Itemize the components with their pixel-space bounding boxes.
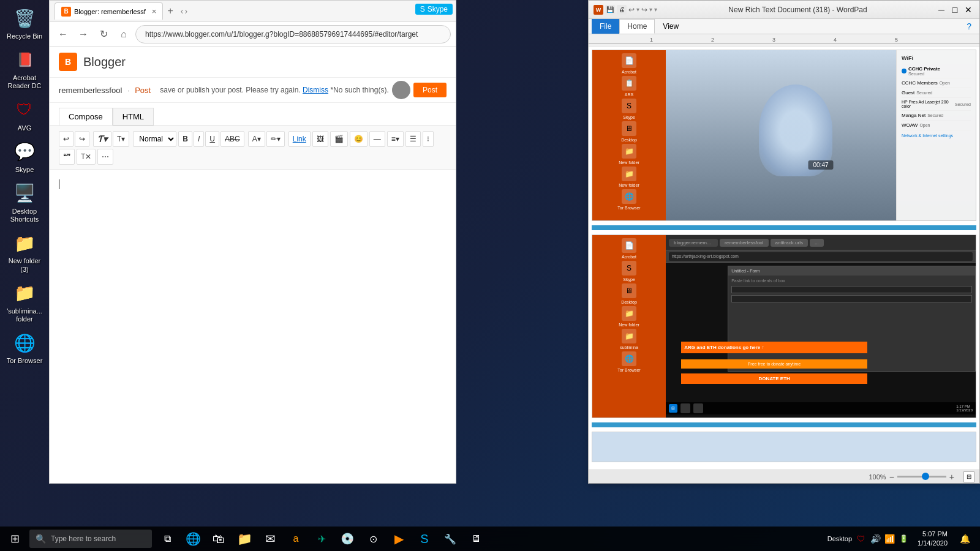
font-size-button[interactable]: T▾ — [113, 131, 129, 147]
wifi-status-6: Open — [919, 123, 930, 127]
icon-new-folder[interactable]: 📁 New folder (3) — [2, 228, 48, 276]
taskbar-store-icon[interactable]: 🛍 — [206, 527, 231, 551]
wordpad-title-icons: W 💾 🖨 ↩ ▾ ↪ ▾ ▾ — [594, 5, 657, 15]
taskbar-disc-icon[interactable]: 💿 — [335, 527, 360, 551]
browser-nav: ← → ↻ ⌂ — [50, 22, 456, 47]
strikethrough-button[interactable]: ABC — [221, 131, 244, 147]
maximize-button[interactable]: □ — [949, 4, 961, 16]
compose-tab[interactable]: Compose — [59, 108, 113, 126]
unordered-list-button[interactable]: ⁝ — [423, 131, 434, 147]
home-button[interactable]: ⌂ — [115, 26, 132, 43]
icon-avg[interactable]: 🛡 AVG — [2, 95, 48, 135]
taskbar: ⊞ 🔍 ⧉ 🌐 🛍 📁 ✉ a ✈ 💿 ⊙ ▶ S 🔧 🖥 Desktop 🛡 … — [0, 527, 980, 551]
icon-recycle-bin[interactable]: 🗑️ Recycle Bin — [2, 3, 48, 43]
text-color-button[interactable]: A▾ — [248, 131, 265, 147]
zoom-level: 100% − + — [869, 472, 954, 482]
ss-icon-5: 📁 — [622, 144, 636, 159]
refresh-button[interactable]: ↻ — [95, 26, 112, 43]
align-button[interactable]: ≡▾ — [387, 131, 404, 147]
html-tab[interactable]: HTML — [113, 108, 154, 126]
tab-close-button[interactable]: × — [152, 7, 157, 16]
minimize-button[interactable]: ─ — [935, 4, 948, 16]
image-button[interactable]: 🖼 — [312, 131, 328, 147]
icon-skype[interactable]: 💬 Skype — [2, 137, 48, 177]
font-button[interactable]: Ƭ▾ — [93, 131, 111, 147]
icon-tor-browser[interactable]: 🌐 Tor Browser — [2, 328, 48, 368]
format-select[interactable]: Normal — [133, 131, 176, 147]
tab-nav-back[interactable]: ‹ — [181, 6, 184, 16]
remove-format-button[interactable]: T✕ — [77, 149, 96, 165]
more-button[interactable]: ⋯ — [97, 149, 113, 165]
window-controls: ─ □ ✕ — [935, 4, 974, 16]
taskbar-util-icon[interactable]: 🔧 — [438, 527, 462, 551]
taskbar-chrome-icon[interactable]: ⊙ — [361, 527, 385, 551]
taskbar-vlc-icon[interactable]: ▶ — [386, 527, 411, 551]
undo-quick-icon[interactable]: ↩ — [628, 6, 635, 14]
systray-network[interactable]: 📶 — [883, 533, 895, 545]
zoom-out-button[interactable]: − — [889, 472, 894, 482]
taskbar-right: Desktop 🛡 🔊 📶 🔋 5:07 PM 1/14/2020 🔔 — [827, 527, 980, 551]
list-button[interactable]: ☰ — [405, 131, 421, 147]
search-input[interactable] — [51, 534, 143, 543]
quick-save-icon[interactable]: 💾 — [605, 5, 615, 15]
ribbon-tab-view[interactable]: View — [655, 19, 687, 34]
search-bar[interactable]: 🔍 — [29, 530, 152, 548]
dismiss-link[interactable]: Dismiss — [303, 86, 328, 94]
post-button[interactable]: Post — [413, 83, 447, 97]
close-button[interactable]: ✕ — [962, 4, 974, 16]
wordpad-content[interactable]: 📄 Acrobat 📋 ARS S Skype 🖥 Desktop 📁 New … — [589, 47, 979, 470]
highlight-button[interactable]: ✏▾ — [266, 131, 285, 147]
wifi-item-5: Manga Net Secured — [902, 111, 971, 121]
link-button[interactable]: Link — [288, 131, 311, 147]
taskbar-amazon-icon[interactable]: a — [284, 527, 308, 551]
wifi-dot — [902, 69, 907, 73]
redo-button[interactable]: ↪ — [75, 131, 89, 147]
quote-button[interactable]: ❝❞ — [59, 149, 75, 165]
redo-quick-icon[interactable]: ↪ — [641, 6, 647, 14]
fit-page-button[interactable]: ⊟ — [963, 471, 974, 482]
icon-desktop-shortcuts[interactable]: 🖥️ Desktop Shortcuts — [2, 178, 48, 227]
systray-battery[interactable]: 🔋 — [897, 533, 910, 545]
address-bar[interactable] — [135, 25, 451, 43]
systray-volume[interactable]: 🔊 — [869, 533, 881, 545]
icon-acrobat[interactable]: 📕 Acrobat Reader DC — [2, 45, 48, 93]
quick-print-icon[interactable]: 🖨 — [617, 5, 627, 15]
back-button[interactable]: ← — [55, 26, 72, 43]
tab-add-button[interactable]: + — [164, 6, 176, 17]
browser-tab-blogger[interactable]: B Blogger: rememberlessf × — [55, 2, 163, 20]
taskbar-mail-icon[interactable]: ✉ — [258, 527, 282, 551]
taskbar-desktop-label[interactable]: Desktop — [827, 535, 852, 542]
customize-arrow[interactable]: ▾ — [654, 6, 657, 13]
forward-button[interactable]: → — [75, 26, 92, 43]
taskbar-clock[interactable]: 5:07 PM 1/14/2020 — [913, 530, 952, 549]
taskbar-tripadvisor-icon[interactable]: ✈ — [309, 527, 334, 551]
taskbar-task-view[interactable]: ⧉ — [155, 527, 179, 551]
taskbar-skype-taskbar[interactable]: S — [412, 527, 437, 551]
ribbon-tab-file[interactable]: File — [592, 19, 619, 34]
ribbon-tab-home[interactable]: Home — [619, 19, 655, 34]
start-button[interactable]: ⊞ — [0, 527, 29, 551]
video-button[interactable]: 🎬 — [330, 131, 348, 147]
taskbar-folder-icon[interactable]: 📁 — [232, 527, 257, 551]
timer-display: 00:47 — [808, 160, 833, 170]
blog-editor[interactable] — [50, 170, 456, 483]
separator-button[interactable]: — — [369, 131, 385, 147]
skype-label: Skype — [15, 166, 34, 174]
browser-tabs: B Blogger: rememberlessf × + ‹ › — [55, 1, 451, 21]
icon-sublimina[interactable]: 📁 'sublimina... folder — [2, 278, 48, 326]
undo-button[interactable]: ↩ — [59, 131, 74, 147]
wifi-item-1: CCHC Private Secured — [902, 64, 971, 78]
tab-nav-forward[interactable]: › — [184, 6, 187, 16]
zoom-in-button[interactable]: + — [949, 472, 954, 482]
network-settings[interactable]: Network & Internet settings — [902, 133, 971, 138]
underline-button[interactable]: U — [205, 131, 219, 147]
zoom-slider[interactable] — [897, 476, 946, 478]
emoji-button[interactable]: 😊 — [350, 131, 368, 147]
ribbon-help-button[interactable]: ? — [962, 19, 976, 34]
taskbar-monitor-icon[interactable]: 🖥 — [464, 527, 488, 551]
wifi-name-4: HP Pres Ad Laserjet 200 color — [902, 100, 953, 108]
bold-button[interactable]: B — [178, 131, 192, 147]
italic-button[interactable]: I — [194, 131, 204, 147]
notification-button[interactable]: 🔔 — [956, 527, 974, 551]
taskbar-edge-icon[interactable]: 🌐 — [181, 527, 205, 551]
